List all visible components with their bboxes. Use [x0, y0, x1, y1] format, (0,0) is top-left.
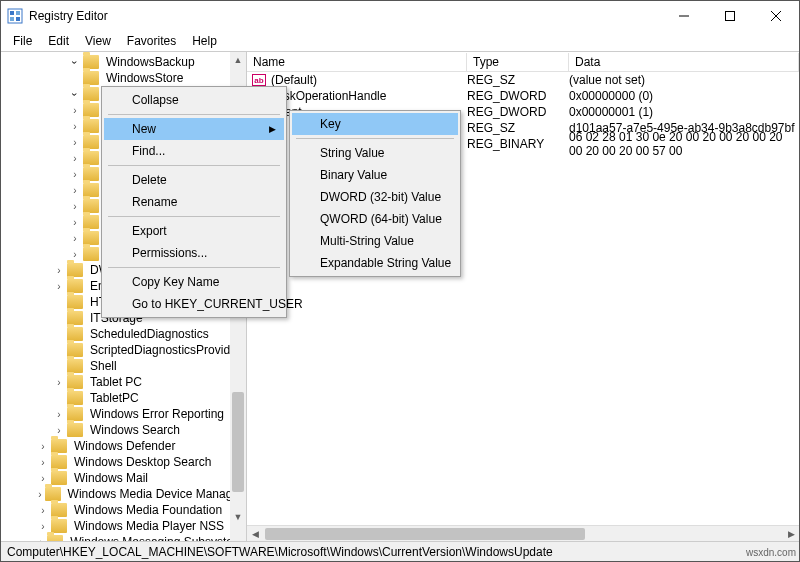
- chevron-icon[interactable]: [37, 473, 49, 484]
- ctx-new-binary[interactable]: Binary Value: [292, 164, 458, 186]
- tree-item[interactable]: Windows Messaging Subsystem: [1, 534, 246, 541]
- cell-type: REG_SZ: [467, 73, 569, 87]
- ctx-new-dword[interactable]: DWORD (32-bit) Value: [292, 186, 458, 208]
- tree-item[interactable]: Windows Search: [1, 422, 246, 438]
- chevron-icon[interactable]: [69, 57, 81, 68]
- minimize-button[interactable]: [661, 1, 707, 31]
- tree-item[interactable]: Windows Desktop Search: [1, 454, 246, 470]
- chevron-icon[interactable]: [53, 345, 65, 356]
- chevron-icon[interactable]: [37, 537, 45, 542]
- ctx-new-qword[interactable]: QWORD (64-bit) Value: [292, 208, 458, 230]
- folder-icon: [83, 215, 99, 229]
- folder-icon: [67, 295, 83, 309]
- ctx-rename[interactable]: Rename: [104, 191, 284, 213]
- tree-item[interactable]: Shell: [1, 358, 246, 374]
- folder-icon: [83, 247, 99, 261]
- tree-item-label: Windows Media Foundation: [71, 503, 225, 517]
- tree-item-label: Tablet PC: [87, 375, 145, 389]
- chevron-icon[interactable]: [53, 281, 65, 292]
- tree-item[interactable]: Tablet PC: [1, 374, 246, 390]
- chevron-icon[interactable]: [53, 393, 65, 404]
- list-row[interactable]: 011TaskOperationHandleREG_DWORD0x0000000…: [247, 88, 799, 104]
- ctx-collapse[interactable]: Collapse: [104, 89, 284, 111]
- tree-item-label: WindowsBackup: [103, 55, 198, 69]
- cell-type: REG_DWORD: [467, 105, 569, 119]
- folder-icon: [83, 199, 99, 213]
- ctx-find[interactable]: Find...: [104, 140, 284, 162]
- tree-item-label: ScheduledDiagnostics: [87, 327, 212, 341]
- chevron-icon[interactable]: [69, 89, 81, 100]
- tree-item-label: Windows Defender: [71, 439, 178, 453]
- chevron-icon[interactable]: [53, 313, 65, 324]
- ctx-separator: [108, 114, 280, 115]
- chevron-icon[interactable]: [37, 457, 49, 468]
- folder-icon: [83, 55, 99, 69]
- menu-help[interactable]: Help: [184, 32, 225, 50]
- ctx-separator: [108, 216, 280, 217]
- folder-icon: [83, 151, 99, 165]
- ctx-permissions[interactable]: Permissions...: [104, 242, 284, 264]
- ctx-delete[interactable]: Delete: [104, 169, 284, 191]
- tree-item[interactable]: Windows Defender: [1, 438, 246, 454]
- col-header-type[interactable]: Type: [467, 53, 569, 71]
- chevron-icon[interactable]: [53, 297, 65, 308]
- ctx-new-string[interactable]: String Value: [292, 142, 458, 164]
- ctx-goto-hkcu[interactable]: Go to HKEY_CURRENT_USER: [104, 293, 284, 315]
- chevron-icon[interactable]: [69, 137, 81, 148]
- tree-item-label: WindowsStore: [103, 71, 186, 85]
- menu-edit[interactable]: Edit: [40, 32, 77, 50]
- svg-rect-2: [16, 11, 20, 15]
- tree-item[interactable]: WindowsBackup: [1, 54, 246, 70]
- maximize-button[interactable]: [707, 1, 753, 31]
- chevron-icon[interactable]: [69, 217, 81, 228]
- chevron-icon[interactable]: [37, 505, 49, 516]
- chevron-icon[interactable]: [53, 361, 65, 372]
- ctx-new-expandable-string[interactable]: Expandable String Value: [292, 252, 458, 274]
- chevron-icon[interactable]: [53, 265, 65, 276]
- chevron-icon[interactable]: [69, 153, 81, 164]
- menu-file[interactable]: File: [5, 32, 40, 50]
- chevron-icon[interactable]: [69, 169, 81, 180]
- tree-item[interactable]: Windows Error Reporting: [1, 406, 246, 422]
- ctx-new-key[interactable]: Key: [292, 113, 458, 135]
- folder-icon: [67, 407, 83, 421]
- chevron-icon[interactable]: [69, 185, 81, 196]
- context-menu: Collapse New▶ Find... Delete Rename Expo…: [101, 86, 287, 318]
- ctx-new-multi-string[interactable]: Multi-String Value: [292, 230, 458, 252]
- menu-view[interactable]: View: [77, 32, 119, 50]
- menu-favorites[interactable]: Favorites: [119, 32, 184, 50]
- list-row[interactable]: ab(Default)REG_SZ(value not set): [247, 72, 799, 88]
- chevron-icon[interactable]: [69, 201, 81, 212]
- chevron-icon[interactable]: [53, 377, 65, 388]
- ctx-new[interactable]: New▶: [104, 118, 284, 140]
- chevron-icon[interactable]: [53, 425, 65, 436]
- chevron-icon[interactable]: [37, 441, 49, 452]
- col-header-data[interactable]: Data: [569, 53, 799, 71]
- chevron-icon[interactable]: [69, 105, 81, 116]
- chevron-icon[interactable]: [37, 489, 43, 500]
- tree-item[interactable]: ScriptedDiagnosticsProvider: [1, 342, 246, 358]
- chevron-icon[interactable]: [37, 521, 49, 532]
- tree-item[interactable]: TabletPC: [1, 390, 246, 406]
- ctx-separator: [296, 138, 454, 139]
- tree-item-label: Windows Media Player NSS: [71, 519, 227, 533]
- chevron-icon[interactable]: [53, 329, 65, 340]
- tree-item[interactable]: Windows Media Device Manager: [1, 486, 246, 502]
- chevron-icon[interactable]: [69, 233, 81, 244]
- col-header-name[interactable]: Name: [247, 53, 467, 71]
- tree-item[interactable]: ScheduledDiagnostics: [1, 326, 246, 342]
- close-button[interactable]: [753, 1, 799, 31]
- tree-item[interactable]: Windows Mail: [1, 470, 246, 486]
- chevron-icon[interactable]: [53, 409, 65, 420]
- titlebar: Registry Editor: [1, 1, 799, 31]
- ctx-export[interactable]: Export: [104, 220, 284, 242]
- chevron-icon[interactable]: [69, 249, 81, 260]
- tree-item[interactable]: Windows Media Foundation: [1, 502, 246, 518]
- tree-item-label: ScriptedDiagnosticsProvider: [87, 343, 244, 357]
- ctx-copy-key-name[interactable]: Copy Key Name: [104, 271, 284, 293]
- tree-item[interactable]: WindowsStore: [1, 70, 246, 86]
- tree-item[interactable]: Windows Media Player NSS: [1, 518, 246, 534]
- list-hscrollbar[interactable]: ◀▶: [247, 525, 799, 541]
- svg-rect-4: [16, 17, 20, 21]
- chevron-icon[interactable]: [69, 121, 81, 132]
